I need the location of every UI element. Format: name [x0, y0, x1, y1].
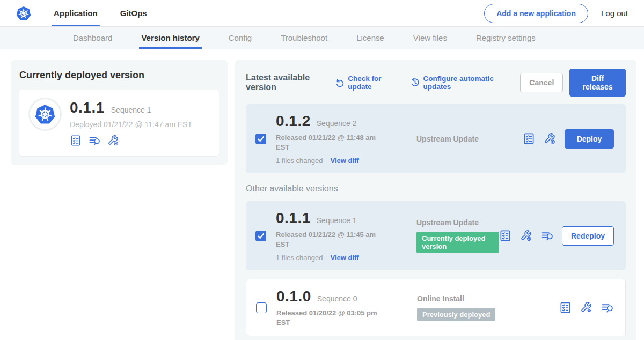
source-label: Upstream Update [416, 218, 499, 227]
currently-deployed-panel: Currently deployed version 0.1.1 Sequenc… [11, 60, 228, 165]
view-diff-link[interactable]: View diff [330, 157, 358, 165]
version-checkbox[interactable] [255, 231, 266, 241]
deployed-sequence-label: Sequence 1 [111, 106, 151, 114]
subnav-item-dashboard[interactable]: Dashboard [73, 27, 112, 49]
check-for-update-link[interactable]: Check for update [335, 75, 396, 91]
clock-refresh-icon [410, 78, 420, 87]
sequence-label: Sequence 0 [317, 294, 357, 303]
version-row-0-1-1: 0.1.1 Sequence 1 Released 01/21/22 @ 11:… [246, 201, 626, 270]
currently-deployed-badge: Currently deployed version [416, 232, 499, 253]
version-source: Online Install Previously deployed [417, 294, 559, 321]
version-info: 0.1.2 Sequence 2 Released 01/21/22 @ 11:… [276, 113, 386, 165]
app-subnav: Dashboard Version history Config Trouble… [0, 27, 644, 49]
version-row-0-1-2: 0.1.2 Sequence 2 Released 01/21/22 @ 11:… [246, 104, 626, 173]
subnav-item-view-files[interactable]: View files [413, 27, 447, 49]
deploy-button[interactable]: Deploy [565, 129, 614, 149]
edit-config-icon[interactable] [107, 135, 119, 146]
released-timestamp: Released 01/21/22 @ 11:45 am EST [276, 230, 378, 249]
diff-releases-button[interactable]: Diff releases [569, 69, 626, 97]
preflight-checks-icon[interactable] [499, 230, 511, 242]
logout-button[interactable]: Log out [588, 0, 644, 26]
version-number: 0.1.1 [276, 210, 311, 227]
edit-config-icon[interactable] [544, 132, 556, 145]
source-label: Upstream Update [416, 135, 523, 143]
check-for-update-label: Check for update [348, 75, 396, 91]
version-row-0-1-0: 0.1.0 Sequence 0 Released 01/20/22 @ 03:… [246, 279, 626, 336]
header-spacer [167, 0, 484, 26]
version-number: 0.1.2 [276, 113, 311, 130]
main-content: Currently deployed version 0.1.1 Sequenc… [0, 49, 644, 340]
preflight-checks-icon[interactable] [523, 132, 535, 145]
version-actions: Redeploy [499, 226, 614, 246]
version-info: 0.1.0 Sequence 0 Released 01/20/22 @ 03:… [276, 288, 387, 327]
preflight-checks-icon[interactable] [70, 135, 82, 146]
source-label: Online Install [417, 294, 559, 303]
subnav-item-license[interactable]: License [356, 27, 384, 49]
version-history-panel: Latest available version Check for updat… [235, 60, 636, 340]
deploy-logs-icon[interactable] [541, 230, 553, 242]
previously-deployed-badge: Previously deployed [417, 308, 495, 321]
app-header: Application GitOps Add a new application… [0, 0, 644, 27]
deployed-timestamp: Deployed 01/21/22 @ 11:47 am EST [70, 120, 192, 129]
version-checkbox[interactable] [255, 134, 266, 144]
redeploy-button[interactable]: Redeploy [562, 226, 614, 246]
edit-config-icon[interactable] [520, 230, 532, 242]
files-changed-label: 1 files changed [276, 254, 323, 262]
preflight-checks-icon[interactable] [559, 301, 572, 314]
version-actions: Deploy [523, 129, 614, 149]
other-versions-title: Other available versions [246, 184, 626, 194]
kubernetes-logo-icon [15, 0, 32, 26]
view-diff-link[interactable]: View diff [330, 254, 358, 262]
subnav-item-version-history[interactable]: Version history [141, 27, 199, 49]
subnav-item-config[interactable]: Config [229, 27, 252, 49]
sequence-label: Sequence 2 [317, 119, 357, 128]
app-kubernetes-icon [30, 99, 60, 129]
tab-application[interactable]: Application [52, 0, 100, 26]
released-timestamp: Released 01/21/22 @ 11:48 am EST [276, 133, 378, 152]
deploy-logs-icon[interactable] [89, 135, 100, 146]
add-application-button[interactable]: Add a new application [484, 4, 588, 23]
subnav-item-troubleshoot[interactable]: Troubleshoot [281, 27, 327, 49]
refresh-icon [335, 78, 345, 87]
cancel-button[interactable]: Cancel [520, 73, 563, 92]
deployed-version-number: 0.1.1 [70, 99, 105, 116]
configure-updates-label: Configure automatic updates [423, 75, 506, 91]
deploy-logs-icon[interactable] [601, 301, 613, 314]
tab-gitops[interactable]: GitOps [118, 0, 149, 26]
subnav-item-registry-settings[interactable]: Registry settings [476, 27, 536, 49]
version-source: Upstream Update Currently deployed versi… [416, 218, 499, 253]
sequence-label: Sequence 1 [317, 216, 357, 225]
row-gap [246, 270, 626, 279]
version-source: Upstream Update [416, 135, 523, 143]
version-number: 0.1.0 [276, 288, 311, 305]
released-timestamp: Released 01/20/22 @ 03:05 pm EST [276, 308, 378, 327]
latest-version-header: Latest available version Check for updat… [246, 69, 626, 97]
latest-version-title: Latest available version [246, 73, 328, 92]
deployed-version-info: 0.1.1 Sequence 1 Deployed 01/21/22 @ 11:… [70, 99, 192, 146]
currently-deployed-title: Currently deployed version [19, 70, 219, 81]
configure-updates-link[interactable]: Configure automatic updates [410, 75, 506, 91]
files-changed-label: 1 files changed [276, 157, 323, 165]
deployed-version-card: 0.1.1 Sequence 1 Deployed 01/21/22 @ 11:… [19, 90, 219, 156]
version-info: 0.1.1 Sequence 1 Released 01/21/22 @ 11:… [276, 210, 386, 262]
view-config-icon[interactable] [580, 301, 592, 314]
version-checkbox[interactable] [256, 302, 267, 313]
version-actions [559, 301, 613, 314]
